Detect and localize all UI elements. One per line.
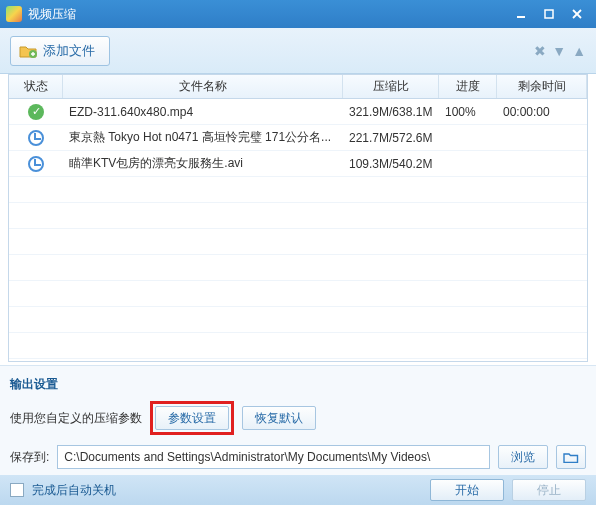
cell-remain: 00:00:00 (497, 105, 587, 119)
add-file-label: 添加文件 (43, 42, 95, 60)
cell-status (9, 156, 63, 172)
col-header-status[interactable]: 状态 (9, 75, 63, 98)
output-settings: 输出设置 使用您自定义的压缩参数 参数设置 恢复默认 保存到: 浏览 (0, 365, 596, 475)
check-icon: ✓ (28, 104, 44, 120)
table-row (9, 229, 587, 255)
stop-button[interactable]: 停止 (512, 479, 586, 501)
cell-status (9, 130, 63, 146)
open-folder-button[interactable] (556, 445, 586, 469)
window-title: 视频压缩 (28, 6, 506, 23)
table-row[interactable]: 東京熱 Tokyo Hot n0471 高垣怜完璧 171公分名...221.7… (9, 125, 587, 151)
move-down-icon[interactable]: ▼ (552, 43, 566, 59)
browse-button[interactable]: 浏览 (498, 445, 548, 469)
sort-controls: ✖ ▼ ▲ (534, 43, 586, 59)
col-header-remain[interactable]: 剩余时间 (497, 75, 587, 98)
move-up-icon[interactable]: ▲ (572, 43, 586, 59)
table-row[interactable]: ✓EZD-311.640x480.mp4321.9M/638.1M100%00:… (9, 99, 587, 125)
open-folder-icon (563, 451, 579, 463)
cell-filename: 東京熱 Tokyo Hot n0471 高垣怜完璧 171公分名... (63, 129, 343, 146)
save-path-input[interactable] (57, 445, 490, 469)
restore-default-button[interactable]: 恢复默认 (242, 406, 316, 430)
table-row (9, 307, 587, 333)
maximize-button[interactable] (536, 5, 562, 23)
toolbar: 添加文件 ✖ ▼ ▲ (0, 28, 596, 74)
table-row[interactable]: 瞄準KTV包房的漂亮女服務生.avi109.3M/540.2M (9, 151, 587, 177)
col-header-progress[interactable]: 进度 (439, 75, 497, 98)
minimize-button[interactable] (508, 5, 534, 23)
start-button[interactable]: 开始 (430, 479, 504, 501)
table-row (9, 333, 587, 359)
remove-icon[interactable]: ✖ (534, 43, 546, 59)
file-table: 状态 文件名称 压缩比 进度 剩余时间 ✓EZD-311.640x480.mp4… (8, 74, 588, 362)
save-to-label: 保存到: (10, 449, 49, 466)
shutdown-checkbox[interactable] (10, 483, 24, 497)
cell-progress: 100% (439, 105, 497, 119)
cell-filename: 瞄準KTV包房的漂亮女服務生.avi (63, 155, 343, 172)
table-body: ✓EZD-311.640x480.mp4321.9M/638.1M100%00:… (9, 99, 587, 362)
shutdown-label: 完成后自动关机 (32, 482, 422, 499)
clock-icon (28, 156, 44, 172)
table-header: 状态 文件名称 压缩比 进度 剩余时间 (9, 75, 587, 99)
output-section-title: 输出设置 (10, 376, 586, 393)
clock-icon (28, 130, 44, 146)
cell-status: ✓ (9, 104, 63, 120)
cell-ratio: 221.7M/572.6M (343, 131, 439, 145)
cell-filename: EZD-311.640x480.mp4 (63, 105, 343, 119)
table-row (9, 177, 587, 203)
table-row (9, 281, 587, 307)
col-header-ratio[interactable]: 压缩比 (343, 75, 439, 98)
app-icon (6, 6, 22, 22)
svg-rect-1 (545, 10, 553, 18)
cell-ratio: 109.3M/540.2M (343, 157, 439, 171)
bottom-bar: 完成后自动关机 开始 停止 (0, 475, 596, 505)
custom-param-label: 使用您自定义的压缩参数 (10, 410, 142, 427)
close-button[interactable] (564, 5, 590, 23)
table-row (9, 255, 587, 281)
table-row (9, 203, 587, 229)
add-file-button[interactable]: 添加文件 (10, 36, 110, 66)
highlight-annotation: 参数设置 (150, 401, 234, 435)
param-settings-button[interactable]: 参数设置 (155, 406, 229, 430)
col-header-name[interactable]: 文件名称 (63, 75, 343, 98)
folder-add-icon (19, 44, 37, 58)
titlebar: 视频压缩 (0, 0, 596, 28)
cell-ratio: 321.9M/638.1M (343, 105, 439, 119)
